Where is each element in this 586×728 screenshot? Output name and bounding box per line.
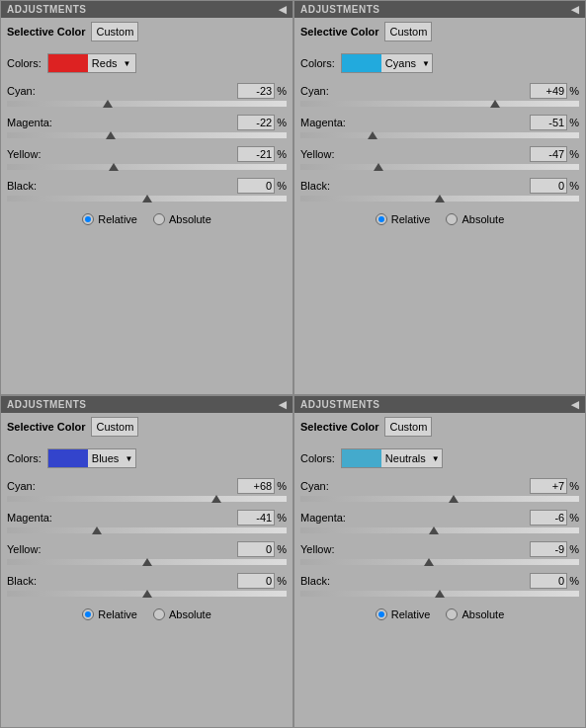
radio-circle [82,608,94,620]
panel-panel-cyans: ADJUSTMENTS◀Selective ColorCustomColors:… [293,0,586,395]
collapse-icon[interactable]: ◀ [279,4,288,15]
color-swatch-select[interactable]: Cyans▼ [341,53,433,73]
slider-thumb [424,558,434,566]
radio-label: Absolute [169,608,211,620]
slider-row-3: Black:0% [7,573,287,597]
radio-option-relative[interactable]: Relative [376,213,431,225]
panel-title: Selective Color [7,421,85,433]
slider-label-row: Black:0% [300,178,579,194]
radio-label: Absolute [169,213,211,225]
percent-sign: % [277,148,287,160]
slider-label: Yellow: [300,543,355,555]
slider-value-group: -51% [530,115,579,130]
radio-row: RelativeAbsolute [300,608,579,620]
colors-label: Colors: [300,452,335,464]
slider-label-row: Yellow:-9% [300,541,579,557]
collapse-icon[interactable]: ◀ [571,399,580,410]
swatch-arrow-icon: ▼ [122,59,133,68]
percent-sign: % [277,180,287,192]
slider-track[interactable] [300,559,579,565]
preset-select[interactable]: Custom [91,417,138,437]
slider-value-input[interactable]: 0 [237,573,275,589]
slider-track[interactable] [7,527,287,533]
slider-value-group: -41% [237,510,287,526]
slider-label-row: Black:0% [7,178,287,194]
slider-label-row: Cyan:-23% [7,83,287,99]
slider-value-input[interactable]: 0 [237,541,275,557]
slider-label-row: Magenta:-41% [7,510,287,526]
preset-select[interactable]: Custom [384,417,432,437]
slider-label-row: Yellow:0% [7,541,287,557]
collapse-icon[interactable]: ◀ [571,4,580,15]
slider-row-2: Yellow:0% [7,541,287,565]
radio-option-absolute[interactable]: Absolute [446,213,504,225]
percent-sign: % [277,117,287,128]
panel-header: ADJUSTMENTS◀ [294,1,585,18]
slider-value-group: -23% [237,83,287,99]
slider-value-group: -47% [530,146,579,162]
slider-track[interactable] [7,591,287,597]
preset-select-wrapper: Custom [384,417,579,437]
color-swatch-select[interactable]: Reds▼ [47,53,136,73]
radio-circle [376,608,387,620]
slider-value-input[interactable]: -21 [237,146,275,162]
radio-option-absolute[interactable]: Absolute [153,608,211,620]
slider-thumb [449,495,459,503]
collapse-icon[interactable]: ◀ [279,399,288,410]
title-row: Selective ColorCustom [1,18,293,45]
slider-label: Cyan: [7,85,61,97]
slider-track[interactable] [300,132,579,138]
panel-panel-neutrals: ADJUSTMENTS◀Selective ColorCustomColors:… [293,395,586,728]
slider-value-input[interactable]: -6 [530,510,567,526]
color-swatch-select[interactable]: Neutrals▼ [341,448,443,468]
slider-value-input[interactable]: +68 [237,478,275,494]
radio-option-relative[interactable]: Relative [82,213,137,225]
slider-track[interactable] [300,101,579,107]
slider-track[interactable] [7,101,287,107]
slider-value-input[interactable]: -47 [530,146,567,162]
radio-option-absolute[interactable]: Absolute [153,213,211,225]
panel-title: Selective Color [7,26,85,38]
slider-value-input[interactable]: -9 [530,541,567,557]
slider-value-input[interactable]: -23 [237,83,275,99]
slider-track[interactable] [300,196,579,202]
percent-sign: % [569,148,579,160]
radio-option-relative[interactable]: Relative [376,608,431,620]
slider-value-input[interactable]: 0 [237,178,275,194]
slider-track[interactable] [7,132,287,138]
slider-track[interactable] [300,591,579,597]
slider-value-input[interactable]: +7 [530,478,567,494]
slider-value-input[interactable]: 0 [530,573,567,589]
slider-value-input[interactable]: -41 [237,510,275,526]
slider-row-0: Cyan:-23% [7,83,287,107]
color-swatch-label: Blues [88,452,124,464]
slider-label: Black: [7,575,61,587]
slider-track[interactable] [7,496,287,502]
preset-select[interactable]: Custom [384,22,432,41]
slider-track[interactable] [300,496,579,502]
slider-thumb [368,131,377,139]
slider-track[interactable] [300,527,579,533]
slider-value-group: +68% [237,478,287,494]
radio-option-relative[interactable]: Relative [82,608,137,620]
slider-track[interactable] [300,164,579,170]
colors-label: Colors: [300,57,335,69]
slider-value-input[interactable]: 0 [530,178,567,194]
slider-label: Cyan: [300,85,355,97]
slider-track[interactable] [7,196,287,202]
preset-select[interactable]: Custom [91,22,138,41]
slider-value-input[interactable]: +49 [530,83,567,99]
percent-sign: % [569,512,579,524]
slider-row-1: Magenta:-22% [7,115,287,138]
percent-sign: % [277,575,287,587]
slider-track[interactable] [7,559,287,565]
panel-header: ADJUSTMENTS◀ [1,1,293,18]
panels-grid: ADJUSTMENTS◀Selective ColorCustomColors:… [0,0,586,728]
radio-option-absolute[interactable]: Absolute [446,608,504,620]
slider-value-input[interactable]: -22 [237,115,275,130]
slider-value-input[interactable]: -51 [530,115,567,130]
color-swatch-select[interactable]: Blues▼ [47,448,136,468]
slider-track[interactable] [7,164,287,170]
percent-sign: % [569,480,579,492]
slider-label-row: Cyan:+7% [300,478,579,494]
